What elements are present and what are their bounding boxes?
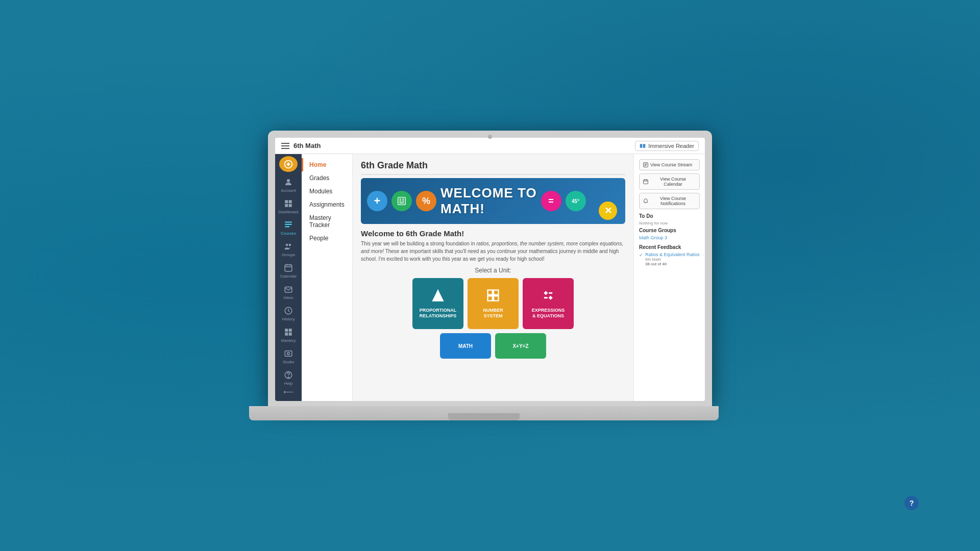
svg-rect-37: [494, 296, 498, 300]
unit-card-expressions[interactable]: EXPRESSIONS& EQUATIONS: [523, 278, 574, 329]
svg-rect-0: [640, 144, 643, 148]
svg-point-11: [286, 244, 288, 246]
group-link[interactable]: Math Group 3: [639, 235, 700, 240]
cal-icon: [643, 179, 648, 184]
recent-feedback-title: Recent Feedback: [639, 244, 700, 250]
sidebar-item-dashboard[interactable]: Dashboard: [275, 195, 302, 217]
sidebar-item-help[interactable]: Help: [275, 367, 302, 388]
left-nav-grades[interactable]: Grades: [302, 171, 352, 185]
svg-rect-34: [488, 290, 493, 295]
left-nav-people[interactable]: People: [302, 232, 352, 245]
sidebar-item-studio[interactable]: Studio: [275, 345, 302, 367]
svg-rect-29: [399, 201, 401, 202]
view-course-notifications-button[interactable]: View Course Notifications: [639, 193, 700, 209]
sidebar-item-calendar[interactable]: Calendar: [275, 260, 302, 281]
svg-rect-13: [285, 265, 292, 271]
svg-rect-4: [285, 200, 288, 203]
immersive-reader-label: Immersive Reader: [648, 143, 694, 149]
sidebar-item-history[interactable]: History: [275, 303, 302, 324]
sidebar-item-help-label: Help: [284, 381, 292, 386]
unit-card-math[interactable]: MATH: [440, 333, 491, 359]
welcome-banner-text: WELCOME TOMATH!: [440, 185, 537, 217]
svg-rect-5: [289, 200, 292, 203]
banner-icon-percent: %: [416, 191, 436, 211]
expressions-icon: [541, 288, 555, 306]
calendar-icon: [283, 262, 294, 273]
welcome-banner: + % WELCOME TOMATH! = 45° ✕: [361, 178, 625, 224]
banner-icon-x: ✕: [599, 202, 617, 220]
svg-point-23: [287, 353, 290, 355]
svg-rect-18: [285, 329, 288, 332]
number-system-label: NUMBERSYSTEM: [483, 308, 503, 319]
sidebar-item-courses[interactable]: Courses: [275, 217, 302, 238]
course-title: 6th Grade Math: [361, 160, 625, 175]
svg-rect-20: [285, 333, 288, 336]
top-bar: 6th Math Immersive Reader: [275, 138, 705, 154]
sidebar-item-inbox[interactable]: Inbox: [275, 281, 302, 303]
to-do-title: To Do: [639, 213, 700, 219]
help-icon: [283, 369, 294, 381]
notif-icon: [643, 198, 648, 204]
courses-icon: [283, 219, 294, 231]
sidebar-item-calendar-label: Calendar: [280, 274, 297, 279]
unit-card-proportional[interactable]: PROPORTIONALRELATIONSHIPS: [412, 278, 463, 329]
svg-rect-1: [643, 144, 646, 148]
left-nav: Home Grades Modules Assignments Mastery …: [302, 154, 353, 401]
hamburger-menu[interactable]: [281, 143, 289, 149]
immersive-reader-button[interactable]: Immersive Reader: [635, 141, 699, 151]
mastery-icon: [283, 327, 294, 338]
svg-point-25: [288, 377, 289, 378]
course-description: This year we will be building a strong f…: [361, 240, 625, 263]
sidebar-item-dashboard-label: Dashboard: [278, 210, 298, 214]
left-nav-modules[interactable]: Modules: [302, 185, 352, 198]
feedback-details: Ratios & Equivalent Ratios 6th Math 38 o…: [645, 252, 700, 266]
history-icon: [283, 305, 294, 316]
laptop-base: [249, 406, 719, 420]
left-nav-mastery-tracker[interactable]: Mastery Tracker: [302, 211, 352, 232]
banner-icons: + % WELCOME TOMATH! = 45°: [367, 185, 586, 217]
logo-icon: [283, 159, 294, 170]
sidebar-item-mastery[interactable]: Mastery: [275, 324, 302, 345]
right-panel: View Course Stream View Course Calendar …: [633, 154, 705, 401]
svg-rect-22: [285, 351, 292, 357]
feedback-name[interactable]: Ratios & Equivalent Ratios: [645, 252, 700, 257]
svg-rect-21: [289, 333, 292, 336]
sidebar-item-mastery-label: Mastery: [281, 338, 296, 343]
svg-rect-26: [398, 197, 406, 205]
svg-rect-19: [289, 329, 292, 332]
svg-rect-35: [494, 290, 498, 295]
question-button[interactable]: ?: [904, 496, 919, 510]
units-grid: PROPORTIONALRELATIONSHIPS NUMBERSYSTEM: [361, 278, 625, 329]
expressions-label: EXPRESSIONS& EQUATIONS: [532, 308, 565, 319]
unit-card-number-system[interactable]: NUMBERSYSTEM: [468, 278, 519, 329]
view-course-calendar-button[interactable]: View Course Calendar: [639, 173, 700, 190]
inbox-icon: [283, 284, 294, 295]
sidebar-logo[interactable]: [279, 156, 298, 172]
sidebar-item-studio-label: Studio: [283, 360, 295, 364]
select-unit-label: Select a Unit:: [361, 267, 625, 274]
account-icon: [283, 177, 294, 188]
svg-point-12: [289, 244, 291, 246]
left-nav-home[interactable]: Home: [302, 158, 352, 171]
sidebar-collapse-button[interactable]: ⟵: [283, 388, 293, 399]
top-bar-title: 6th Math: [293, 142, 321, 149]
view-course-stream-button[interactable]: View Course Stream: [639, 159, 700, 170]
sidebar-item-groups[interactable]: Groups: [275, 238, 302, 260]
unit-algebra-label: X+Y=Z: [512, 343, 528, 349]
notifications-btn-label: View Course Notifications: [650, 196, 696, 206]
calendar-btn-label: View Course Calendar: [650, 177, 696, 187]
unit-card-algebra[interactable]: X+Y=Z: [495, 333, 546, 359]
groups-icon: [283, 241, 294, 252]
immersive-reader-icon: [640, 143, 646, 149]
svg-rect-10: [285, 226, 289, 227]
sidebar-item-groups-label: Groups: [282, 253, 295, 257]
dashboard-icon: [283, 198, 294, 209]
svg-rect-31: [399, 203, 404, 204]
main-content: 6th Grade Math + % WELCOME TOMATH! =: [353, 154, 633, 401]
banner-icon-calc: [391, 191, 412, 211]
left-nav-assignments[interactable]: Assignments: [302, 198, 352, 211]
feedback-checkmark: ✓: [639, 253, 643, 258]
feedback-course: 6th Math: [645, 257, 700, 262]
banner-icon-plus: +: [367, 191, 387, 211]
sidebar-item-account[interactable]: Account: [275, 174, 302, 195]
